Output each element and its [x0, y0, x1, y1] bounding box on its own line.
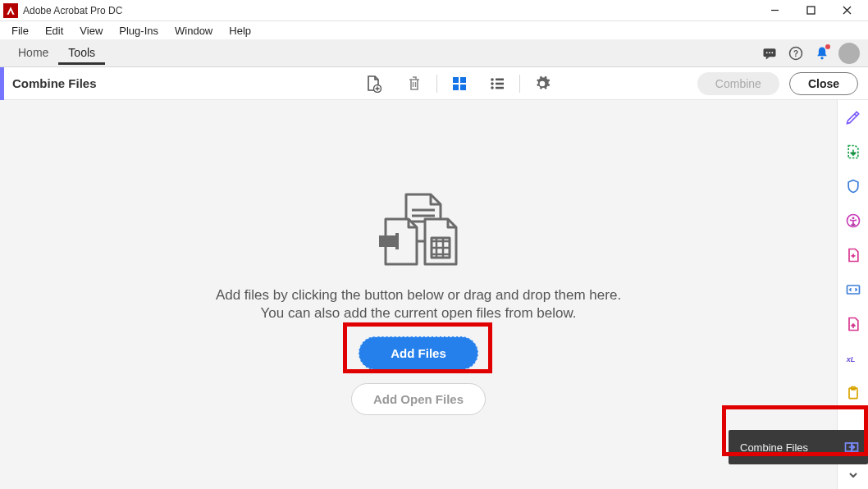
grid-view-icon[interactable]	[445, 70, 473, 98]
menu-help[interactable]: Help	[221, 23, 259, 39]
svg-point-4	[771, 52, 773, 53]
files-illustration-icon	[361, 190, 476, 272]
svg-point-23	[852, 217, 854, 219]
help-icon[interactable]: ?	[783, 40, 809, 66]
user-avatar[interactable]	[838, 43, 860, 64]
prompt-line-2: You can also add the current open files …	[261, 305, 577, 322]
prompt-line-1: Add files by clicking the button below o…	[216, 287, 621, 304]
svg-rect-12	[460, 85, 466, 90]
nav-tools[interactable]: Tools	[58, 41, 105, 65]
add-file-icon[interactable]	[359, 70, 387, 98]
accessibility-icon[interactable]	[844, 212, 862, 230]
svg-rect-0	[807, 7, 815, 14]
minimize-button[interactable]	[756, 0, 793, 21]
nav-bar: Home Tools ?	[0, 39, 868, 67]
toolbar: Combine Files Combine Close	[0, 67, 868, 100]
chevron-down-icon[interactable]	[844, 466, 862, 484]
svg-point-7	[820, 57, 823, 59]
add-open-files-button[interactable]: Add Open Files	[351, 383, 486, 415]
separator	[519, 75, 520, 93]
redact-icon[interactable]: xL	[844, 350, 862, 368]
edit-pdf-icon[interactable]	[844, 108, 862, 126]
menu-window[interactable]: Window	[167, 23, 221, 39]
close-button[interactable]: Close	[789, 72, 858, 95]
clipboard-icon[interactable]	[844, 384, 862, 402]
svg-rect-18	[496, 86, 504, 89]
svg-rect-14	[496, 78, 504, 80]
close-window-button[interactable]	[829, 0, 865, 21]
separator	[436, 75, 437, 93]
combine-files-tooltip[interactable]: Combine Files	[729, 430, 868, 464]
dropzone[interactable]: Add files by clicking the button below o…	[0, 100, 837, 489]
window-title: Adobe Acrobat Pro DC	[23, 5, 756, 16]
combine-files-icon	[843, 439, 860, 455]
maximize-button[interactable]	[793, 0, 829, 21]
svg-rect-11	[453, 85, 459, 90]
svg-point-15	[491, 82, 494, 85]
toolbar-accent	[0, 67, 4, 100]
svg-rect-9	[453, 77, 459, 83]
svg-text:xL: xL	[845, 355, 855, 363]
svg-point-2	[766, 52, 768, 53]
add-files-button[interactable]: Add Files	[359, 336, 478, 370]
notifications-icon[interactable]	[809, 40, 835, 66]
combine-tooltip-label: Combine Files	[740, 441, 808, 454]
svg-point-3	[769, 52, 770, 53]
menu-plugins[interactable]: Plug-Ins	[111, 23, 167, 39]
settings-icon[interactable]	[528, 70, 556, 98]
create-pdf-icon[interactable]	[844, 246, 862, 264]
code-icon[interactable]	[844, 281, 862, 299]
svg-rect-16	[496, 82, 504, 85]
menu-bar: File Edit View Plug-Ins Window Help	[0, 21, 868, 39]
combine-button: Combine	[697, 72, 779, 95]
app-logo-icon	[3, 3, 18, 18]
svg-rect-19	[379, 235, 395, 247]
window-controls	[756, 0, 865, 21]
organize-icon[interactable]	[844, 315, 862, 333]
comments-icon[interactable]	[756, 40, 783, 66]
nav-home[interactable]: Home	[8, 41, 58, 65]
svg-rect-20	[395, 233, 399, 249]
menu-file[interactable]: File	[3, 23, 37, 39]
protect-icon[interactable]	[844, 177, 862, 195]
list-view-icon[interactable]	[483, 70, 511, 98]
work-area: Add files by clicking the button below o…	[0, 100, 868, 489]
svg-point-13	[491, 78, 494, 81]
titlebar: Adobe Acrobat Pro DC	[0, 0, 868, 21]
export-pdf-icon[interactable]	[844, 143, 862, 161]
svg-point-17	[491, 86, 494, 89]
menu-view[interactable]: View	[71, 23, 111, 39]
svg-text:?: ?	[793, 48, 798, 57]
svg-rect-10	[460, 77, 466, 83]
delete-icon[interactable]	[400, 70, 428, 98]
toolbar-title: Combine Files	[11, 76, 97, 90]
menu-edit[interactable]: Edit	[37, 23, 71, 39]
